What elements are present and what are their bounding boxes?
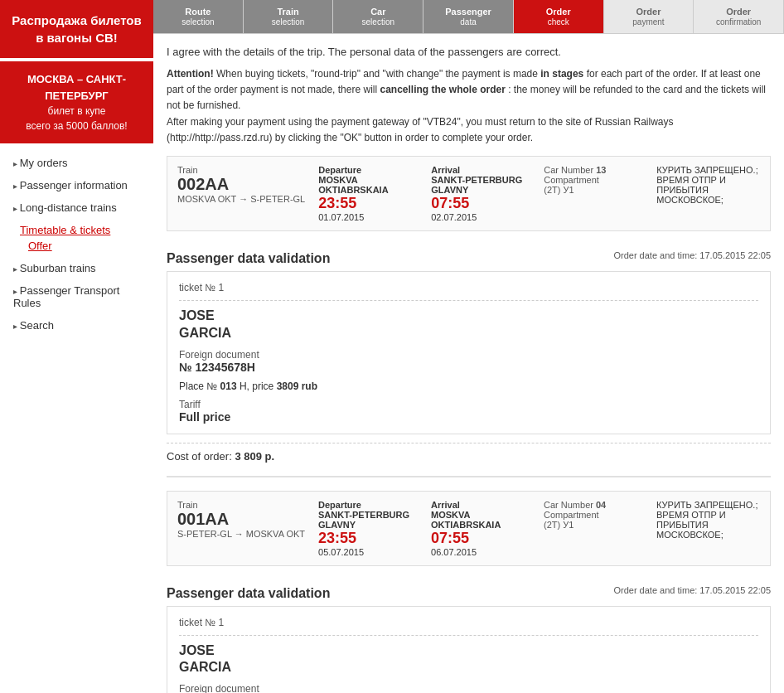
ticket-num-order1: ticket № 1 xyxy=(179,282,758,293)
train-info-order1: Train 002AA MOSKVA OKT → S-PETER-GL Depa… xyxy=(167,156,771,231)
sidebar-nav: My orders Passenger information Long-dis… xyxy=(0,143,153,345)
car-info-order2: Car Number 04 Compartment (2T) У1 xyxy=(544,500,643,530)
train-col-order2: Train 001AA S-PETER-GL → MOSKVA OKT xyxy=(177,500,305,539)
arrival-order1: Arrival SANKT-PETERBURG GLAVNY 07:55 02.… xyxy=(431,165,530,222)
sidebar-item-long-distance[interactable]: Long-distance trains xyxy=(0,196,153,219)
doc-label-order2: Foreign document xyxy=(179,683,758,693)
sidebar-item-search[interactable]: Search xyxy=(0,314,153,337)
step-order-payment: Order payment xyxy=(604,0,694,33)
doc-num-order1: № 12345678H xyxy=(179,361,758,374)
train-number-order1: 002AA xyxy=(177,175,305,194)
train-route-order2: S-PETER-GL → MOSKVA OKT xyxy=(177,529,305,539)
passenger-firstname-order1: JOSE xyxy=(179,308,758,325)
notes-order1: КУРИТЬ ЗАПРЕЩЕНО.; ВРЕМЯ ОТПР И ПРИБЫТИЯ… xyxy=(656,165,760,205)
step-train: Train selection xyxy=(244,0,334,33)
arrival-order2: Arrival MOSKVA OKTIABRSKAIA 07:55 06.07.… xyxy=(431,500,530,557)
attention-block: Attention! When buying tickets, "round-t… xyxy=(167,66,771,146)
car-info-order1: Car Number 13 Compartment (2T) У1 xyxy=(544,165,643,195)
sidebar-item-my-orders[interactable]: My orders xyxy=(0,152,153,174)
sidebar-item-suburban[interactable]: Suburban trains xyxy=(0,257,153,279)
main-content: Route selection Train selection Car sele… xyxy=(153,0,784,693)
sidebar-item-transport-rules[interactable]: Passenger Transport Rules xyxy=(0,279,153,314)
step-order-check: Order check xyxy=(514,0,604,33)
place-info-order1: Place № 013 H, price 3809 rub xyxy=(179,380,758,392)
step-car: Car selection xyxy=(333,0,423,33)
agree-text: I agree with the details of the trip. Th… xyxy=(167,46,771,58)
tariff-label-order1: Tariff xyxy=(179,399,758,410)
promo-banner-bottom[interactable]: МОСКВА – САНКТ-ПЕТЕРБУРГ билет в купе вс… xyxy=(0,61,153,143)
step-passenger: Passenger data xyxy=(423,0,514,33)
doc-label-order1: Foreign document xyxy=(179,349,758,361)
passenger-lastname-order2: GARCIA xyxy=(179,659,758,676)
section-title-order2: Passenger data validation xyxy=(167,586,330,601)
train-route-order1: MOSKVA OKT → S-PETER-GL xyxy=(177,194,305,204)
departure-order2: Departure SANKT-PETERBURG GLAVNY 23:55 0… xyxy=(318,500,418,557)
attention-line2: After making your payment using the paym… xyxy=(167,116,673,143)
sidebar-item-passenger-info[interactable]: Passenger information xyxy=(0,174,153,196)
validation-block-order2: ticket № 1 JOSE GARCIA Foreign document … xyxy=(167,606,771,693)
cost-order1: Cost of order: 3 809 р. xyxy=(167,443,771,463)
order-date-order1: Order date and time: 17.05.2015 22:05 xyxy=(613,250,771,260)
passenger-firstname-order2: JOSE xyxy=(179,642,758,660)
notes-order2: КУРИТЬ ЗАПРЕЩЕНО.; ВРЕМЯ ОТПР И ПРИБЫТИЯ… xyxy=(656,500,760,540)
sidebar: Распродажа билетов в вагоны СВ! МОСКВА –… xyxy=(0,0,153,693)
step-route: Route selection xyxy=(153,0,244,33)
validation-header-order2: Passenger data validation Order date and… xyxy=(167,578,771,606)
content-area: I agree with the details of the trip. Th… xyxy=(153,34,784,693)
departure-order1: Departure MOSKVA OKTIABRSKAIA 23:55 01.0… xyxy=(318,165,418,222)
validation-header-order1: Passenger data validation Order date and… xyxy=(167,243,771,271)
section-title-order1: Passenger data validation xyxy=(167,251,330,266)
sidebar-link-timetable[interactable]: Timetable & tickets xyxy=(20,222,153,238)
ticket-num-order2: ticket № 1 xyxy=(179,617,758,628)
sidebar-sub-timetable: Timetable & tickets Offer xyxy=(0,219,153,257)
tariff-value-order1: Full price xyxy=(179,410,758,424)
sidebar-link-offer[interactable]: Offer xyxy=(20,238,153,254)
order-date-order2: Order date and time: 17.05.2015 22:05 xyxy=(613,585,771,595)
validation-block-order1: ticket № 1 JOSE GARCIA Foreign document … xyxy=(167,271,771,434)
progress-bar: Route selection Train selection Car sele… xyxy=(153,0,784,34)
train-col-order1: Train 002AA MOSKVA OKT → S-PETER-GL xyxy=(177,165,305,204)
step-order-confirmation: Order confirmation xyxy=(694,0,784,33)
promo-banner-top[interactable]: Распродажа билетов в вагоны СВ! xyxy=(0,0,153,58)
train-info-order2: Train 001AA S-PETER-GL → MOSKVA OKT Depa… xyxy=(167,491,771,566)
train-number-order2: 001AA xyxy=(177,510,305,529)
passenger-lastname-order1: GARCIA xyxy=(179,325,758,342)
